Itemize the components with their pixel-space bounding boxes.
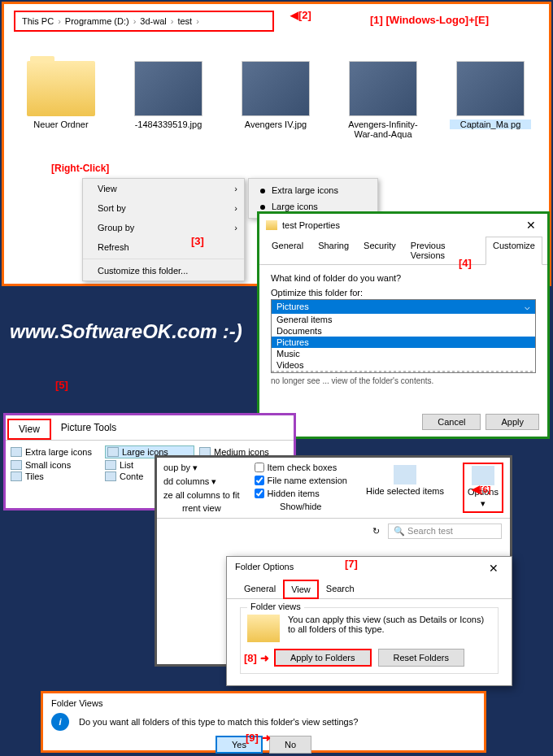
properties-tabs: General Sharing Security Previous Versio…	[259, 237, 547, 265]
annotation-6: ◀[6]	[472, 483, 490, 495]
context-menu: View› Sort by› Group by› Refresh Customi…	[82, 178, 245, 281]
tab-search[interactable]: Search	[319, 580, 362, 598]
properties-dialog: test Properties ✕ General Sharing Securi…	[257, 211, 550, 439]
combo-option[interactable]: Pictures	[272, 337, 535, 348]
props-question: What kind of folder do you want?	[271, 273, 536, 283]
file-item[interactable]: Avengers IV.jpg	[235, 61, 316, 139]
refresh-icon[interactable]: ↻	[372, 526, 380, 537]
hide-selected-button[interactable]: Hide selected items	[362, 463, 448, 513]
annotation-rightclick: [Right-Click]	[51, 163, 109, 174]
confirm-message: Do you want all folders of this type to …	[79, 717, 358, 727]
folder-icon	[266, 220, 277, 230]
chevron-down-icon: ▾	[481, 498, 486, 509]
dialog-title: Folder Options	[235, 562, 294, 575]
check-itemboxes[interactable]: Item check boxes	[255, 463, 347, 472]
reset-folders-button[interactable]: Reset Folders	[378, 649, 464, 667]
image-icon	[349, 61, 417, 116]
breadcrumb-item[interactable]: Programme (D:)	[62, 15, 133, 28]
showhide-group: Item check boxes File name extension Hid…	[255, 463, 347, 513]
no-button[interactable]: No	[269, 736, 311, 754]
tab-security[interactable]: Security	[356, 237, 403, 264]
ribbon-tab-view[interactable]: View	[7, 419, 51, 440]
annotation-4: [4]	[459, 257, 472, 269]
close-button[interactable]: ✕	[484, 562, 503, 575]
props-optimize-label: Optimize this folder for:	[271, 288, 536, 298]
file-item[interactable]: Captain_Ma pg	[450, 61, 531, 139]
optimize-dropdown[interactable]: Pictures⌵ General items Documents Pictur…	[271, 299, 536, 373]
folder-icon	[27, 61, 95, 116]
annotation-3: [3]	[191, 235, 204, 247]
annotation-1: [1] [Windows-Logo]+[E]	[370, 14, 489, 26]
group-label: Folder views	[247, 602, 304, 611]
props-hint: no longer see ... view of the folder's c…	[271, 376, 536, 385]
cancel-button[interactable]: Cancel	[422, 414, 481, 430]
menu-item-groupby[interactable]: Group by›	[83, 218, 244, 237]
annotation-2: ◀[2]	[290, 9, 311, 21]
file-grid: Neuer Ordner -1484339519.jpg Avengers IV…	[20, 61, 549, 139]
menu-item-sortby[interactable]: Sort by›	[83, 198, 244, 218]
folder-view-icon	[247, 615, 280, 642]
image-icon	[134, 61, 202, 116]
combo-option[interactable]: Documents	[272, 325, 535, 337]
menu-item-view[interactable]: View›	[83, 179, 244, 198]
dialog-title: test Properties	[282, 220, 340, 230]
hide-icon	[394, 465, 416, 484]
image-icon	[456, 61, 525, 116]
annotation-9: [9] ➜	[246, 732, 271, 744]
apply-to-folders-button[interactable]: Apply to Folders	[274, 649, 371, 667]
tab-general[interactable]: General	[237, 580, 283, 598]
combo-option[interactable]: Music	[272, 348, 535, 359]
currentview-group: oup by ▾ dd columns ▾ ze all columns to …	[163, 463, 240, 513]
folder-options-dialog: Folder Options✕ General View Search Fold…	[226, 556, 512, 686]
combo-option[interactable]: Videos	[272, 359, 535, 371]
file-item[interactable]: Avengers-Infinity-War-and-Aqua	[342, 61, 424, 139]
breadcrumb-item[interactable]: test	[174, 15, 195, 28]
tab-customize[interactable]: Customize	[486, 237, 542, 265]
dialog-title: Folder Views	[51, 698, 476, 708]
image-icon	[242, 61, 310, 116]
annotation-7: [7]	[345, 558, 358, 570]
search-input[interactable]: 🔍 Search test	[388, 524, 502, 539]
ribbon-tab-picturetools[interactable]: Picture Tools	[51, 419, 126, 440]
check-filenameext[interactable]: File name extension	[255, 476, 347, 485]
layout-tiles[interactable]: Tiles	[11, 471, 100, 481]
breadcrumb-item[interactable]: This PC	[19, 15, 57, 28]
tab-sharing[interactable]: Sharing	[311, 237, 356, 264]
watermark: www.SoftwareOK.com :-)	[10, 320, 242, 343]
info-icon: i	[51, 713, 69, 731]
layout-xlarge[interactable]: Extra large icons	[11, 445, 100, 458]
check-hidden[interactable]: Hidden items	[255, 489, 347, 498]
tab-general[interactable]: General	[264, 237, 311, 264]
chevron-down-icon: ⌵	[525, 302, 530, 312]
annotation-5: [5]	[55, 379, 68, 391]
folder-view-desc: You can apply this view (such as Details…	[288, 615, 491, 642]
folder-item[interactable]: Neuer Ordner	[20, 61, 102, 139]
menu-item-customize[interactable]: Customize this folder...	[83, 261, 244, 280]
apply-button[interactable]: Apply	[486, 414, 539, 430]
tab-view[interactable]: View	[283, 580, 319, 599]
file-item[interactable]: -1484339519.jpg	[128, 61, 209, 139]
close-button[interactable]: ✕	[521, 219, 541, 232]
combo-option[interactable]: General items	[272, 314, 535, 325]
annotation-8: [8] ➜	[244, 652, 269, 664]
layout-small[interactable]: Small icons	[11, 460, 100, 470]
submenu-xlarge[interactable]: Extra large icons	[249, 182, 377, 198]
tab-previous[interactable]: Previous Versions	[403, 237, 486, 264]
menu-item-refresh[interactable]: Refresh	[83, 237, 244, 257]
breadcrumb-item[interactable]: 3d-wal	[137, 15, 169, 28]
address-bar[interactable]: This PC› Programme (D:)› 3d-wal› test›	[14, 11, 274, 32]
